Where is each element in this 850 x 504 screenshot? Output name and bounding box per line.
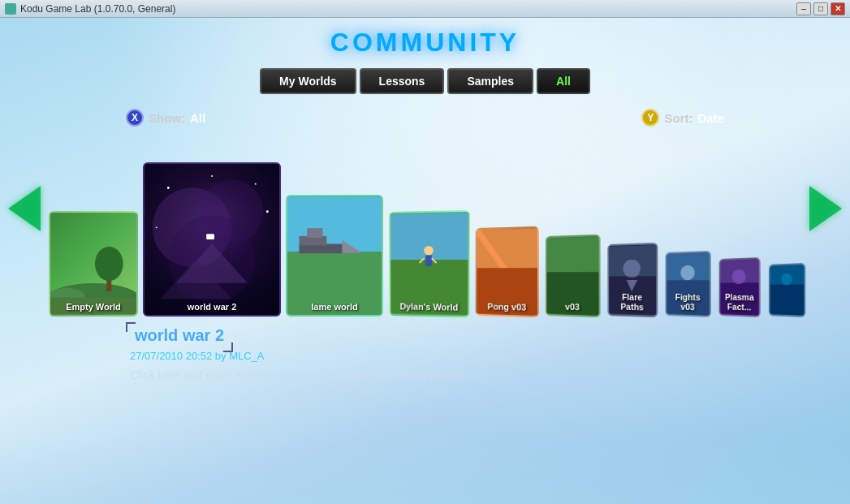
- last-world-thumbnail: [770, 265, 805, 316]
- dylans-world-thumbnail: [390, 212, 468, 316]
- world-card-pong-v03[interactable]: Pong v03: [476, 226, 539, 317]
- bracket-tl: [126, 322, 136, 332]
- tab-samples[interactable]: Samples: [447, 68, 533, 94]
- svg-point-8: [167, 187, 170, 189]
- left-arrow-icon: [8, 186, 41, 231]
- maximize-button[interactable]: □: [813, 2, 828, 15]
- worlds-carousel: Empty World world war 2: [49, 146, 801, 317]
- flare-paths-label: Flare Paths: [609, 292, 656, 312]
- empty-world-thumbnail: [50, 213, 136, 315]
- title-bar-text: Kodu Game Lab (1.0.70.0, General): [20, 3, 175, 15]
- svg-rect-48: [770, 284, 805, 315]
- svg-rect-31: [477, 229, 537, 269]
- svg-point-11: [156, 226, 157, 228]
- empty-world-label: Empty World: [50, 302, 136, 312]
- title-bar-buttons: – □ ✕: [796, 2, 845, 15]
- svg-rect-21: [307, 228, 322, 238]
- close-button[interactable]: ✕: [831, 2, 845, 15]
- svg-rect-27: [425, 255, 432, 265]
- svg-point-12: [211, 175, 213, 177]
- svg-point-26: [424, 246, 433, 256]
- svg-rect-35: [547, 237, 599, 273]
- world-card-plasma-fact[interactable]: Plasma Fact...: [719, 257, 761, 317]
- main-content: COMMUNITY My Worlds Lessons Samples All …: [0, 18, 850, 504]
- world-info-description[interactable]: Click here and enter a description for y…: [130, 368, 769, 381]
- world-card-last[interactable]: [769, 263, 805, 317]
- show-label: Show:: [149, 111, 185, 125]
- svg-rect-15: [206, 234, 214, 239]
- title-bar-left: Kodu Game Lab (1.0.70.0, General): [5, 3, 175, 15]
- nav-tabs: My Worlds Lessons Samples All: [0, 68, 850, 94]
- svg-point-9: [255, 183, 257, 185]
- pong-v03-label: Pong v03: [477, 301, 537, 312]
- world-info-title: world war 2: [135, 326, 224, 345]
- sort-badge: Y: [641, 109, 659, 127]
- v03-label: v03: [547, 301, 599, 312]
- world-card-lame-world[interactable]: lame world: [286, 195, 383, 317]
- world-war-2-thumbnail: [145, 164, 279, 315]
- tab-all[interactable]: All: [537, 68, 590, 94]
- show-badge: X: [126, 109, 144, 127]
- sort-filter[interactable]: Y Sort: Date: [641, 109, 724, 127]
- world-war-2-label: world war 2: [145, 302, 279, 312]
- minimize-button[interactable]: –: [796, 2, 811, 15]
- world-card-empty-world[interactable]: Empty World: [49, 211, 138, 317]
- community-title: COMMUNITY: [0, 28, 850, 58]
- lame-world-thumbnail: [287, 196, 382, 315]
- svg-point-2: [95, 247, 123, 281]
- world-card-dylans-world[interactable]: Dylan's World: [389, 210, 469, 317]
- right-arrow-icon: [809, 186, 842, 231]
- lame-world-label: lame world: [287, 302, 382, 312]
- sort-value: Date: [697, 111, 724, 125]
- tab-my-worlds[interactable]: My Worlds: [260, 68, 356, 94]
- world-card-v03[interactable]: v03: [546, 235, 601, 317]
- bracket-br: [223, 342, 233, 352]
- carousel-next-button[interactable]: [805, 176, 846, 241]
- sort-label: Sort:: [664, 111, 693, 125]
- svg-point-10: [266, 210, 269, 213]
- show-filter[interactable]: X Show: All: [126, 109, 205, 127]
- plasma-fact-label: Plasma Fact...: [720, 292, 758, 312]
- title-bar: Kodu Game Lab (1.0.70.0, General) – □ ✕: [0, 0, 850, 18]
- app-icon: [5, 3, 16, 15]
- world-card-fights-v03[interactable]: Fights v03: [666, 251, 711, 317]
- fights-v03-label: Fights v03: [667, 292, 710, 312]
- world-card-world-war-2[interactable]: world war 2: [143, 162, 281, 317]
- carousel-prev-button[interactable]: [4, 176, 45, 241]
- world-info-panel: world war 2 27/07/2010 20:52 by MLC_A Cl…: [130, 325, 769, 381]
- ground-reflection: [0, 439, 850, 504]
- show-value: All: [190, 111, 205, 125]
- dylans-world-label: Dylan's World: [390, 301, 468, 312]
- filter-bar: X Show: All Y Sort: Date: [0, 109, 850, 127]
- tab-lessons[interactable]: Lessons: [360, 68, 445, 94]
- world-card-flare-paths[interactable]: Flare Paths: [607, 243, 658, 317]
